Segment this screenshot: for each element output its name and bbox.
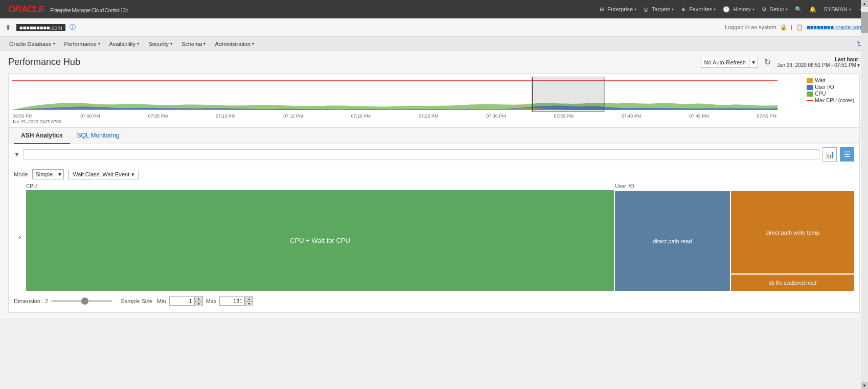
history-menu[interactable]: 🕐 History ▾ [723,6,754,13]
chart-legend: Wait User I/O CPU Max CPU (cores) [807,78,854,103]
max-decrement-button[interactable]: ▼ [245,301,253,306]
max-label: Max [206,298,217,304]
top-navigation: ORACLE Enterprise Manager Cloud Control … [0,0,868,18]
treemap-container: › CPU CPU + Wait for CPU User I/O [14,184,854,291]
scroll-thumb[interactable] [861,12,868,33]
dimension-label: Dimension: [14,298,42,304]
max-input-group: ▲ ▼ [219,296,253,306]
time-label-10: 07:45 PM [689,113,709,119]
time-label-0: 06:55 PM [13,113,33,119]
logged-in-info: Logged in as system 🔒 | 📋 ■■■■■■■■.oracl… [725,24,863,31]
expand-button[interactable]: › [14,184,26,291]
date-label: Jan 29, 2020 GMT-0700 [12,119,834,124]
min-input-group: ▲ ▼ [169,296,203,306]
max-increment-button[interactable]: ▲ [245,296,253,301]
filter-icon[interactable]: ▼ [14,151,20,158]
cpu-section-label: CPU [26,184,614,189]
time-label-4: 07:15 PM [283,113,303,119]
legend-user-io: User I/O [807,84,854,90]
time-label-9: 07:40 PM [622,113,642,119]
wait-section-label: User I/O [615,184,854,189]
mode-label: Mode [14,171,28,177]
notifications-icon[interactable]: 🔔 [809,6,816,13]
timeline-svg[interactable] [12,77,778,112]
cpu-treemap-cell[interactable]: CPU + Wait for CPU [26,190,614,291]
time-label-5: 07:20 PM [351,113,371,119]
menu-oracle-database[interactable]: Oracle Database ▾ [5,39,59,49]
max-value-input[interactable] [219,296,245,306]
legend-max-cpu: Max CPU (cores) [807,98,854,103]
oracle-logo: ORACLE Enterprise Manager Cloud Control … [5,4,128,15]
host-info-icon[interactable]: ⓘ [70,23,76,32]
user-menu[interactable]: SYSMAN ▾ [824,6,851,12]
dimension-control: Dimension: 2 [14,298,112,304]
time-label-1: 07:00 PM [80,113,100,119]
table-view-button[interactable]: ☰ [840,147,854,162]
direct-write-cell[interactable]: direct path write temp [731,191,854,273]
time-label-3: 07:10 PM [216,113,236,119]
scroll-track[interactable] [861,7,868,318]
wait-section: User I/O direct path read [615,184,854,291]
timeline-chart: Wait User I/O CPU Max CPU (cores) [8,73,860,128]
tabs-container: ASH Analytics SQL Monitoring ▼ 📊 ☰ Mode … [8,128,860,313]
refresh-icon[interactable]: ↻ [762,56,773,68]
direct-read-cell[interactable]: direct path read [615,191,730,291]
tab-sql-monitoring[interactable]: SQL Monitoring [70,128,127,144]
search-icon[interactable]: 🔍 [795,6,802,13]
wait-class-button[interactable]: Wait Class, Wait Event ▾ [68,170,139,179]
min-value-input[interactable] [169,296,195,306]
tab-ash-analytics[interactable]: ASH Analytics [14,128,70,144]
setup-menu[interactable]: ⚙ Setup ▾ [762,6,788,13]
main-content: Performance Hub No Auto-Refresh ▾ ↻ Last… [0,51,868,318]
min-decrement-button[interactable]: ▼ [195,301,203,306]
dimension-slider[interactable] [51,300,112,302]
menu-availability[interactable]: Availability ▾ [105,39,144,49]
bottom-controls: Dimension: 2 Sample Size: Min ▲ ▼ [14,294,854,308]
dimension-value: 2 [45,298,48,304]
filter-input[interactable] [23,149,819,159]
mode-row: Mode Simple ▾ Wait Class, Wait Event ▾ [14,169,854,179]
time-label-7: 07:30 PM [486,113,506,119]
min-label: Min [157,298,166,304]
last-hour-info: Last hour: Jan 29, 2020 06:51 PM - 07:51… [777,57,860,68]
db-scattered-cell[interactable]: db file scattered read [731,274,854,291]
time-label-2: 07:05 PM [148,113,168,119]
legend-wait: Wait [807,78,854,83]
second-bar: ⬆ ■■■■■■■■■.com ⓘ Logged in as system 🔒 … [0,18,868,37]
filter-bar: ▼ 📊 ☰ [9,144,859,165]
treemap: CPU CPU + Wait for CPU User I/O dire [26,184,854,291]
tab-bar: ASH Analytics SQL Monitoring [9,128,859,144]
ash-analytics-content: Mode Simple ▾ Wait Class, Wait Event ▾ ›… [9,165,859,312]
page-title: Performance Hub [8,57,80,67]
sample-size-control: Sample Size: Min ▲ ▼ Max ▲ [121,296,253,306]
nav-items: ⊞ Enterprise ▾ ◎ Targets ▾ ★ Favorites ▾… [600,6,863,13]
direct-read-column: direct path read [615,191,730,291]
auto-refresh-value: No Auto-Refresh [701,58,749,67]
host-link[interactable]: ■■■■■■■■■.com [16,24,65,31]
sample-size-label: Sample Size: [121,298,154,304]
bar-chart-view-button[interactable]: 📊 [823,147,837,162]
time-range-caret[interactable]: ▾ [857,62,860,68]
time-label-8: 07:35 PM [554,113,574,119]
mode-value: Simple [33,170,56,178]
header-controls: No Auto-Refresh ▾ ↻ Last hour: Jan 29, 2… [701,56,860,68]
menu-schema[interactable]: Schema ▾ [177,39,210,49]
menu-performance[interactable]: Performance ▾ [60,39,104,49]
targets-menu[interactable]: ◎ Targets ▾ [644,6,674,13]
page-header: Performance Hub No Auto-Refresh ▾ ↻ Last… [8,56,860,68]
wait-class-caret: ▾ [131,171,134,178]
min-increment-button[interactable]: ▲ [195,296,203,301]
oracle-com-link[interactable]: ■■■■■■■■.oracle.com [807,24,863,30]
menu-security[interactable]: Security ▾ [144,39,176,49]
right-scrollbar[interactable]: ▲ ▼ [861,0,868,318]
menu-administration[interactable]: Administration ▾ [211,39,258,49]
menu-bar: Oracle Database ▾ Performance ▾ Availabi… [0,37,868,51]
legend-cpu: CPU [807,91,854,97]
enterprise-menu[interactable]: ⊞ Enterprise ▾ [600,6,636,13]
time-label-11: 07:50 PM [757,113,776,119]
mode-caret[interactable]: ▾ [56,170,63,179]
scroll-up-arrow[interactable]: ▲ [861,0,868,7]
favorites-menu[interactable]: ★ Favorites ▾ [681,6,716,13]
max-value-spinners: ▲ ▼ [245,296,253,306]
auto-refresh-caret[interactable]: ▾ [749,57,758,67]
